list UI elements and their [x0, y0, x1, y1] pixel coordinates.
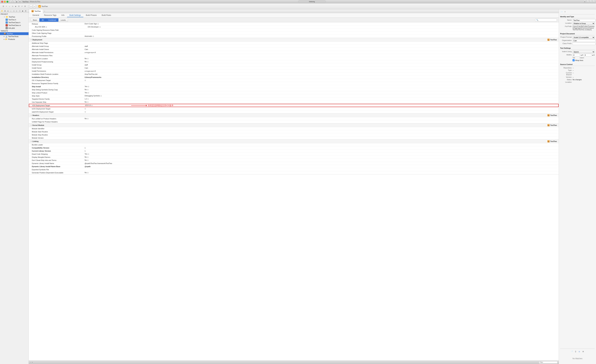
indent-using-select[interactable]: Spaces	[573, 51, 595, 53]
nav-symbol-icon[interactable]: ◎	[7, 10, 9, 12]
dep-row-1[interactable]: Alternate Install Group staff	[29, 45, 559, 48]
linking-row-6[interactable]: Dynamic Library Install Name @rpath/Test…	[29, 162, 559, 165]
linking-row-9[interactable]: Generate Position-Dependent Executable N…	[29, 171, 559, 174]
search-icon[interactable]: ⌕	[8, 5, 11, 8]
tab-general[interactable]: General	[30, 14, 42, 17]
sidebar-item-testtwoclass-h[interactable]: h TestTwoClass.h	[0, 21, 29, 24]
filter-input[interactable]	[539, 361, 558, 364]
bottom-plus-btn[interactable]: +	[32, 362, 33, 363]
dep-row-watchos[interactable]: watchOS Deployment Target ◇	[29, 110, 559, 113]
linking-row-7[interactable]: Dynamic Library Install Name Base @rpath	[29, 165, 559, 168]
wrap-lines-checkbox[interactable]	[573, 59, 574, 61]
add-file-icon[interactable]: +	[5, 5, 8, 8]
dep-row-7[interactable]: Install Group staff	[29, 63, 559, 67]
tab-add-btn[interactable]: +	[43, 9, 46, 13]
project-class-prefix-input[interactable]	[573, 43, 596, 45]
linking-row-1[interactable]: Compatibility Version 1	[29, 146, 559, 149]
nav-report-icon[interactable]: ☰	[24, 10, 27, 12]
project-org-input[interactable]	[573, 39, 596, 42]
dep-row-19[interactable]: Use Separate Strip No ◇	[29, 101, 559, 104]
dep-row-8[interactable]: Install Owner Cain	[29, 67, 559, 69]
settings-search-input[interactable]	[535, 19, 557, 22]
tab-testtwo[interactable]: 📦 TestTwo	[29, 9, 43, 13]
dep-row-ios-target[interactable]: iOS Deployment Target iOS 9.3 ◇	[29, 104, 559, 107]
debug-icon[interactable]: ☷	[17, 5, 20, 8]
filter-combined[interactable]: Combined	[46, 18, 58, 22]
identity-name-input[interactable]	[573, 19, 596, 22]
dep-row-17[interactable]: Strip Style Debugging Symbols ◇	[29, 94, 559, 97]
identity-location-select[interactable]: Relative to Group	[573, 22, 595, 25]
dep-row-13[interactable]: Resources Targeted Device Family	[29, 82, 559, 85]
test-icon[interactable]: ◈	[14, 5, 17, 8]
panel-bottom-btn[interactable]: ▭	[592, 0, 595, 3]
sidebar-toggle-icon[interactable]: ☰	[2, 5, 5, 8]
file-inspector-icon[interactable]: 📄	[560, 11, 563, 13]
deployment-triangle[interactable]: ▼	[30, 39, 32, 40]
back-btn[interactable]: ‹	[30, 4, 32, 8]
indent-stepper[interactable]: ▲▼	[592, 54, 595, 56]
signing-row-profile[interactable]: Provisioning Profile Automatic ◇	[29, 35, 559, 38]
nav-right-btn[interactable]: ▸	[13, 0, 15, 3]
sidebar-item-testtwoclass-m[interactable]: m TestTwoClass.m	[0, 24, 29, 27]
filter-levels[interactable]: Levels	[58, 18, 68, 22]
dep-row-9[interactable]: Install Permissions u+w,go-w,a+rX	[29, 69, 559, 73]
warning-icon[interactable]: ⚠	[11, 5, 14, 8]
play-btn[interactable]: ▶	[16, 0, 18, 3]
bottom-minus-btn[interactable]: −	[30, 362, 31, 363]
sidebar-item-info-plist[interactable]: p Info.plist	[0, 27, 29, 30]
kernel-row-2[interactable]: Module Stop Routine	[29, 133, 559, 136]
sidebar-item-testtwo-target[interactable]: 📦 TestTwo	[0, 32, 29, 35]
header-row-0[interactable]: Run unifdef on Product Headers No ◇	[29, 117, 559, 120]
nav-test-icon[interactable]: ▷	[15, 10, 18, 12]
tab-info[interactable]: Info	[59, 14, 67, 17]
nav-folder-icon[interactable]: 📁	[1, 10, 3, 12]
dep-row-6[interactable]: Deployment Postprocessing No ◇	[29, 60, 559, 63]
dep-row-5[interactable]: Deployment Location No ◇	[29, 57, 559, 60]
indent-width-input[interactable]	[584, 54, 591, 56]
tab-resource-tags[interactable]: Resource Tags	[42, 14, 59, 17]
linking-row-0[interactable]: Bundle Loader	[29, 143, 559, 146]
localization-icon-bottom[interactable]: ⊞	[582, 350, 585, 353]
dep-row-4[interactable]: Alternate Permissions Files	[29, 54, 559, 57]
quick-help-icon[interactable]: ?	[564, 11, 566, 13]
linking-triangle[interactable]: ▼	[30, 141, 32, 142]
tab-stepper[interactable]: ▲▼	[581, 54, 583, 56]
fullscreen-button[interactable]	[7, 1, 8, 3]
close-button[interactable]	[1, 1, 3, 3]
kernel-row-1[interactable]: Module Start Routine	[29, 130, 559, 133]
dep-row-16[interactable]: Strip Linked Product Yes ◇	[29, 91, 559, 94]
dep-row-14[interactable]: Skip Install Yes ◇	[29, 85, 559, 88]
identity-icon-bottom[interactable]: ◎	[578, 350, 581, 353]
nav-source-icon[interactable]: ⊞	[4, 10, 6, 12]
dep-row-2[interactable]: Alternate Install Owner Cain	[29, 48, 559, 51]
linking-row-3[interactable]: Dead Code Stripping Yes ◇	[29, 153, 559, 156]
panel-left-btn[interactable]: ▭	[587, 0, 589, 3]
dep-row-12[interactable]: OS X Deployment Target ◇	[29, 79, 559, 82]
filter-all[interactable]: All	[39, 18, 46, 22]
source-control-icon[interactable]: ↗	[21, 5, 23, 8]
sidebar-item-products[interactable]: ▶ 📂 Products	[0, 38, 29, 41]
tab-width-input[interactable]	[573, 54, 580, 56]
dep-row-3[interactable]: Alternate Install Permissions u+w,go-w,a…	[29, 51, 559, 54]
tab-build-rules[interactable]: Build Rules	[99, 14, 114, 17]
dep-row-15[interactable]: Strip Debug Symbols During Copy No ◇	[29, 88, 559, 91]
panel-right-btn[interactable]: ▭	[589, 0, 592, 3]
tab-build-phases[interactable]: Build Phases	[83, 14, 99, 17]
headers-triangle[interactable]: ▼	[30, 115, 32, 116]
project-format-select[interactable]: Xcode 3.2-compatible	[573, 36, 595, 39]
dep-row-0[interactable]: Additional Strip Flags	[29, 42, 559, 45]
kernel-triangle[interactable]: ▼	[30, 125, 32, 126]
dep-row-11[interactable]: Installation Directory /Library/Framewor…	[29, 76, 559, 79]
class-icon-bottom[interactable]: {}	[574, 350, 577, 353]
sidebar-item-testtwo-project[interactable]: ▼ 📁 TestTwo	[0, 15, 29, 18]
minimize-button[interactable]	[4, 1, 6, 3]
signing-row-sdk[interactable]: Any iOS SDK ◇ iOS Developer ◇	[29, 25, 559, 29]
linking-row-4[interactable]: Display Mangled Names No ◇	[29, 156, 559, 159]
kernel-row-0[interactable]: Module Identifier	[29, 127, 559, 130]
header-row-1[interactable]: Unifdef Flags for Product Headers	[29, 120, 559, 123]
signing-row-other-flags[interactable]: Other Code Signing Flags	[29, 32, 559, 35]
signing-row-release[interactable]: Release Don't Code Sign ◇	[29, 22, 559, 25]
report-icon[interactable]: ☰	[24, 5, 26, 8]
file-icon-bottom[interactable]: 📄	[571, 350, 573, 353]
sidebar-item-testtwo-tests[interactable]: ▶ 🔬 TestTwoTests	[0, 35, 29, 38]
